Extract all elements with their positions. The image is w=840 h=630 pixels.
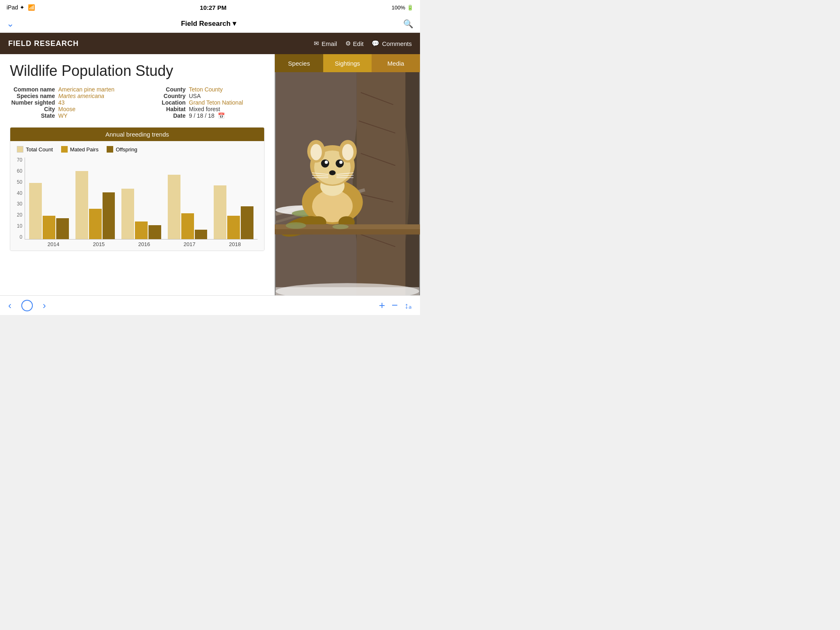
bar-2018-offspring xyxy=(241,206,253,239)
y-30: 30 xyxy=(17,201,22,206)
svg-rect-4 xyxy=(357,72,406,295)
bars-area xyxy=(25,158,258,240)
location-label: Location xyxy=(141,99,186,106)
right-panel: Species Sightings Media xyxy=(275,54,420,295)
bar-2014-mated xyxy=(43,216,55,239)
sort-button[interactable]: ↕ₐ xyxy=(404,301,412,310)
number-sighted-value: 43 xyxy=(58,99,65,106)
x-label-2018: 2018 xyxy=(212,241,258,247)
x-label-2016: 2016 xyxy=(121,241,167,247)
state-value: WY xyxy=(58,112,68,119)
comments-icon: 💬 xyxy=(372,40,379,47)
search-icon[interactable]: 🔍 xyxy=(403,19,413,29)
prev-button[interactable]: ‹ xyxy=(8,300,11,311)
status-left: iPad ✦ 📶 xyxy=(7,4,35,11)
back-button[interactable]: ⌄ xyxy=(7,18,14,29)
legend-mated-pairs: Mated Pairs xyxy=(61,146,98,153)
bar-2018-total xyxy=(214,185,226,239)
legend-mated-box xyxy=(61,146,68,153)
common-name-label: Common name xyxy=(10,86,55,93)
legend-offspring-label: Offspring xyxy=(116,146,137,153)
svg-rect-48 xyxy=(276,287,419,295)
edit-icon: ⚙ xyxy=(345,40,351,47)
battery-icon: 🔋 xyxy=(407,5,413,11)
edit-label: Edit xyxy=(353,40,364,47)
bar-2017-total xyxy=(168,175,180,239)
chart-legend: Total Count Mated Pairs Offspring xyxy=(17,146,258,153)
legend-offspring: Offspring xyxy=(107,146,137,153)
nav-title[interactable]: Field Research ▾ xyxy=(181,19,236,28)
home-button[interactable] xyxy=(21,300,33,311)
y-20: 20 xyxy=(17,212,22,217)
tab-media[interactable]: Media xyxy=(372,54,420,72)
bar-group-2014 xyxy=(29,158,69,239)
comments-button[interactable]: 💬 Comments xyxy=(372,40,412,47)
city-row: City Moose xyxy=(10,106,134,112)
toolbar-nav: ‹ › xyxy=(8,300,46,311)
status-right: 100% 🔋 xyxy=(392,5,413,11)
bar-2018-mated xyxy=(227,216,240,239)
legend-total-count: Total Count xyxy=(17,146,53,153)
date-label: Date xyxy=(141,112,186,119)
county-row: County Teton County xyxy=(141,86,265,93)
country-label: Country xyxy=(141,93,186,99)
comments-label: Comments xyxy=(382,40,412,47)
edit-button[interactable]: ⚙ Edit xyxy=(345,40,364,47)
marten-svg xyxy=(275,72,420,295)
svg-point-20 xyxy=(310,144,322,160)
calendar-icon[interactable]: 📅 xyxy=(218,112,225,119)
common-name-value: American pine marten xyxy=(58,86,114,93)
svg-point-27 xyxy=(329,170,336,175)
state-row: State WY xyxy=(10,112,134,119)
bar-group-2016 xyxy=(121,158,161,239)
bar-2015-mated xyxy=(89,209,102,239)
species-name-row: Species name Martes americana xyxy=(10,93,134,99)
info-grid: Common name American pine marten Species… xyxy=(10,86,265,119)
country-value: USA xyxy=(189,93,201,99)
tab-bar: Species Sightings Media xyxy=(275,54,420,72)
tab-species[interactable]: Species xyxy=(275,54,323,72)
y-axis: 0 10 20 30 40 50 60 70 xyxy=(17,158,22,240)
header-actions: ✉ Email ⚙ Edit 💬 Comments xyxy=(314,40,412,47)
bar-2016-mated xyxy=(135,221,148,239)
header-bar: FIELD RESEARCH ✉ Email ⚙ Edit 💬 Comments xyxy=(0,33,420,54)
info-column-left: Common name American pine marten Species… xyxy=(10,86,134,119)
y-60: 60 xyxy=(17,169,22,173)
bar-2015-offspring xyxy=(103,192,115,239)
y-10: 10 xyxy=(17,224,22,228)
bar-2014-offspring xyxy=(56,218,69,239)
wifi-icon: 📶 xyxy=(28,4,35,11)
bar-2016-total xyxy=(121,189,134,239)
city-label: City xyxy=(10,106,55,112)
info-column-right: County Teton County Country USA Location… xyxy=(141,86,265,119)
legend-mated-label: Mated Pairs xyxy=(70,146,98,153)
bottom-toolbar: ‹ › + − ↕ₐ xyxy=(0,295,420,315)
svg-point-26 xyxy=(339,161,342,164)
x-axis: 2014 2015 2016 2017 2018 xyxy=(17,241,258,247)
bar-group-2018 xyxy=(214,158,253,239)
location-row: Location Grand Teton National xyxy=(141,99,265,106)
bar-2016-offspring xyxy=(148,225,161,239)
location-value: Grand Teton National xyxy=(189,99,243,106)
species-name-value: Martes americana xyxy=(58,93,104,99)
next-button[interactable]: › xyxy=(43,300,46,311)
species-name-label: Species name xyxy=(10,93,55,99)
date-row: Date 9 / 18 / 18 📅 xyxy=(141,112,265,119)
tab-sightings[interactable]: Sightings xyxy=(323,54,372,72)
remove-button[interactable]: − xyxy=(392,299,398,312)
add-button[interactable]: + xyxy=(379,299,385,312)
habitat-row: Habitat Mixed forest xyxy=(141,106,265,112)
x-label-2015: 2015 xyxy=(76,241,122,247)
habitat-value: Mixed forest xyxy=(189,106,220,112)
animal-image xyxy=(275,72,420,295)
legend-total-box xyxy=(17,146,23,153)
y-40: 40 xyxy=(17,191,22,196)
bar-2017-mated xyxy=(181,213,194,239)
x-label-2014: 2014 xyxy=(31,241,76,247)
bar-2017-offspring xyxy=(195,230,208,239)
left-panel: Wildlife Population Study Common name Am… xyxy=(0,54,275,295)
habitat-label: Habitat xyxy=(141,106,186,112)
bar-2015-total xyxy=(75,171,88,239)
email-button[interactable]: ✉ Email xyxy=(314,40,337,47)
common-name-row: Common name American pine marten xyxy=(10,86,134,93)
